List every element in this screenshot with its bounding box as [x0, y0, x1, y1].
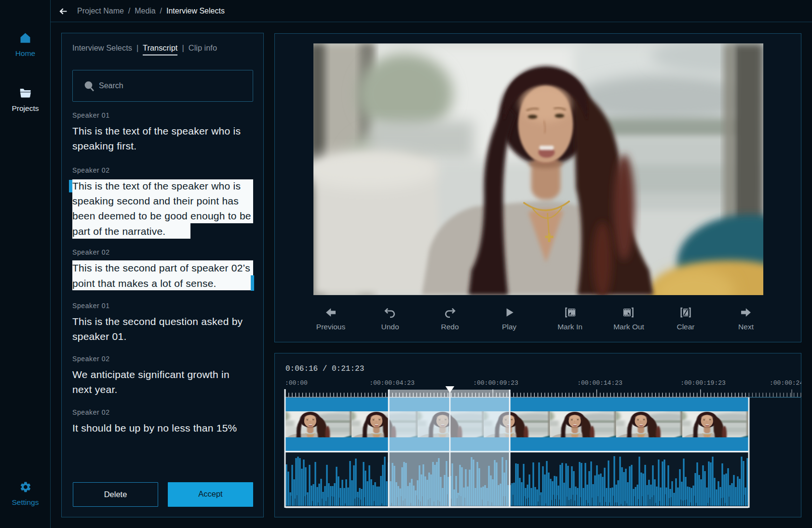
svg-text::00:00: :00:00: [285, 379, 308, 387]
svg-text::00:00:24:23: :00:00:24:23: [770, 379, 801, 387]
svg-text:0:06:16 / 0:21:23: 0:06:16 / 0:21:23: [285, 365, 364, 373]
svg-text::00:00:14:23: :00:00:14:23: [577, 379, 623, 387]
svg-text::00:00:19:23: :00:00:19:23: [680, 379, 726, 387]
svg-text::00:00:04:23: :00:00:04:23: [369, 379, 415, 387]
svg-text::00:00:09:23: :00:00:09:23: [473, 379, 518, 387]
